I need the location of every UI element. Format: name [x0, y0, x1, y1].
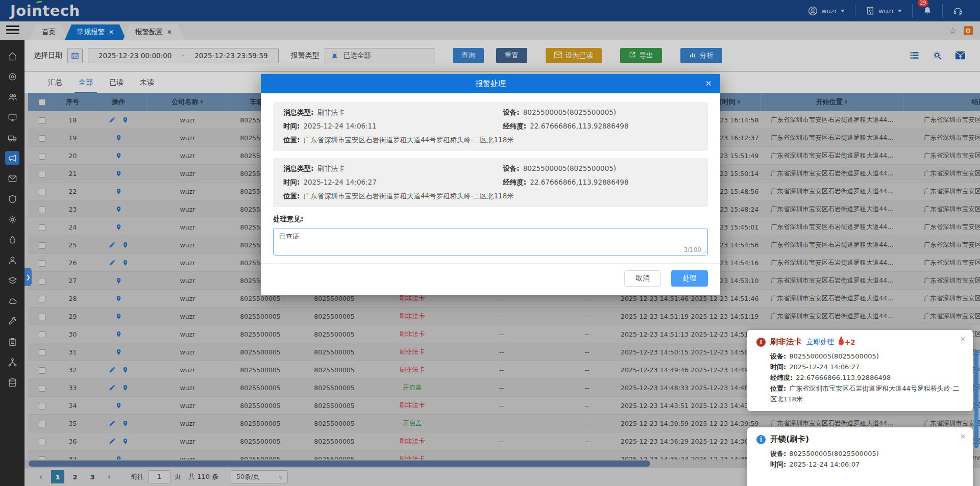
export-button[interactable]: 导出	[620, 48, 662, 63]
row-checkbox[interactable]	[39, 385, 45, 392]
map-pin-icon[interactable]	[115, 277, 122, 285]
cloud-icon[interactable]	[5, 294, 19, 308]
next-page-button[interactable]: ›	[103, 472, 115, 481]
calendar-button[interactable]	[67, 48, 83, 63]
row-checkbox[interactable]	[39, 421, 45, 427]
modal-close-icon[interactable]: ✕	[697, 74, 720, 93]
handle-now-link[interactable]: 立即处理	[806, 338, 834, 347]
tab-home[interactable]: 首页	[30, 24, 68, 40]
row-checkbox[interactable]	[39, 367, 45, 374]
edit-icon[interactable]	[109, 241, 116, 248]
prev-page-button[interactable]: ‹	[35, 472, 47, 481]
row-checkbox[interactable]	[39, 439, 45, 445]
sort-icon[interactable]: ▲▼	[845, 99, 847, 105]
goto-page-input[interactable]: 1	[148, 470, 170, 483]
map-pin-icon[interactable]	[115, 170, 122, 177]
close-icon[interactable]: ✕	[960, 335, 966, 343]
cancel-button[interactable]: 取消	[624, 270, 661, 287]
map-pin-icon[interactable]	[115, 134, 122, 142]
alarm-settings-icon[interactable]	[932, 50, 943, 61]
edit-icon[interactable]	[109, 438, 116, 445]
map-pin-icon[interactable]	[122, 241, 129, 249]
map-pin-icon[interactable]	[122, 420, 129, 427]
row-checkbox[interactable]	[39, 314, 45, 320]
row-checkbox[interactable]	[39, 189, 45, 195]
subtab-unread[interactable]: 未读	[140, 78, 154, 87]
map-pin-icon[interactable]	[122, 366, 129, 374]
select-all-checkbox[interactable]	[39, 99, 45, 106]
shield-icon[interactable]	[5, 192, 19, 206]
edit-icon[interactable]	[109, 420, 116, 427]
oil-icon[interactable]	[5, 233, 19, 247]
page-button-3[interactable]: 3	[86, 470, 99, 483]
row-checkbox[interactable]	[39, 242, 45, 249]
row-checkbox[interactable]	[39, 331, 45, 338]
row-checkbox[interactable]	[39, 135, 45, 142]
close-tab-icon[interactable]: ✕	[109, 29, 114, 36]
date-range-input[interactable]: 2025-12-23 00:00:00 - 2025-12-23 23:59:5…	[88, 48, 279, 63]
map-pin-icon[interactable]	[115, 223, 122, 231]
row-checkbox[interactable]	[39, 296, 45, 302]
network-icon[interactable]	[5, 355, 19, 369]
users-icon[interactable]	[5, 90, 19, 104]
edit-icon[interactable]	[109, 366, 116, 373]
location-icon[interactable]	[5, 69, 19, 84]
map-pin-icon[interactable]	[122, 259, 129, 267]
map-pin-icon[interactable]	[115, 455, 122, 460]
horizontal-scrollbar-thumb[interactable]	[29, 461, 650, 467]
sort-icon[interactable]: ▲▼	[738, 99, 740, 105]
list-view-icon[interactable]	[909, 50, 920, 60]
page-button-1[interactable]: 1	[51, 470, 64, 483]
monitor-icon[interactable]	[5, 110, 19, 124]
mark-read-button[interactable]: 设为已读	[546, 48, 602, 63]
wrench-icon[interactable]	[5, 314, 19, 328]
subtab-read[interactable]: 已读	[109, 78, 124, 87]
map-pin-icon[interactable]	[115, 313, 122, 320]
map-pin-icon[interactable]	[115, 402, 122, 410]
sort-icon[interactable]: ▲▼	[200, 99, 203, 105]
support-button[interactable]	[942, 4, 973, 17]
vertical-scrollbar-thumb[interactable]	[974, 350, 978, 448]
user-menu[interactable]: wuzr	[798, 4, 855, 17]
row-checkbox[interactable]	[39, 117, 45, 124]
row-checkbox[interactable]	[39, 224, 45, 231]
alarm-icon[interactable]	[5, 151, 19, 165]
mail-icon[interactable]	[5, 171, 19, 186]
star-icon[interactable]: ☆	[949, 25, 957, 36]
analyze-button[interactable]: 分析	[680, 48, 722, 63]
tab-regular-alarm[interactable]: 常规报警 ✕	[65, 24, 126, 40]
row-checkbox[interactable]	[39, 278, 45, 285]
map-pin-icon[interactable]	[115, 348, 122, 356]
map-pin-icon[interactable]	[122, 116, 129, 124]
sidebar-expand-handle[interactable]: ❯	[24, 268, 32, 286]
subtab-all[interactable]: 全部	[79, 78, 93, 87]
select-all-header[interactable]	[28, 93, 56, 111]
edit-icon[interactable]	[109, 116, 116, 123]
org-menu[interactable]: wuzr	[855, 4, 912, 17]
row-checkbox[interactable]	[39, 171, 45, 177]
report-icon[interactable]	[5, 335, 19, 349]
reset-button[interactable]: 重置	[496, 48, 527, 63]
row-checkbox[interactable]	[39, 153, 45, 160]
database-icon[interactable]	[5, 375, 19, 390]
mail-export-icon[interactable]	[955, 50, 966, 60]
home-icon[interactable]	[5, 49, 19, 63]
map-pin-icon[interactable]	[115, 152, 122, 160]
column-header-公司名称[interactable]: 公司名称▲▼	[148, 93, 227, 111]
close-tab-icon[interactable]: ✕	[167, 29, 172, 36]
page-button-2[interactable]: 2	[68, 470, 82, 483]
vehicle-icon[interactable]	[5, 131, 19, 145]
map-pin-icon[interactable]	[122, 438, 129, 445]
map-pin-icon[interactable]	[115, 188, 122, 195]
theme-icon[interactable]	[964, 26, 973, 35]
row-checkbox[interactable]	[39, 403, 45, 410]
alarm-type-select[interactable]: 已选全部	[325, 48, 434, 63]
hamburger-menu-icon[interactable]	[6, 25, 19, 36]
row-checkbox[interactable]	[39, 260, 45, 267]
close-icon[interactable]: ✕	[960, 432, 966, 441]
subtab-summary[interactable]: 汇总	[48, 78, 62, 87]
notifications-button[interactable]: 29	[912, 4, 942, 17]
map-pin-icon[interactable]	[115, 206, 122, 213]
handle-button[interactable]: 处理	[671, 270, 708, 287]
edit-icon[interactable]	[109, 384, 116, 391]
